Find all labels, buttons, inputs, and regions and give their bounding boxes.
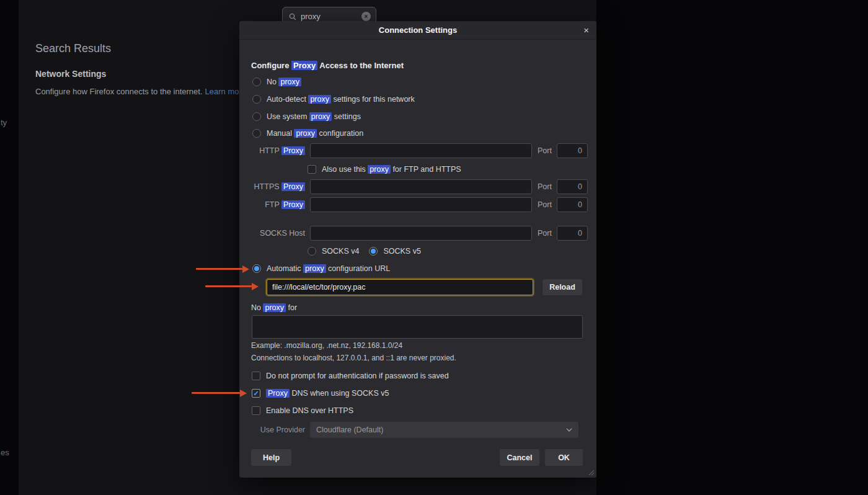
radio-label[interactable]: Use system proxy settings: [267, 112, 361, 121]
socks-host-row: SOCKS Host Port: [251, 226, 588, 241]
socks-v5-label[interactable]: SOCKS v5: [383, 247, 420, 256]
radio-no-proxy[interactable]: [252, 78, 261, 86]
http-proxy-input[interactable]: [310, 143, 532, 158]
configure-proxy-heading: Configure Proxy Access to the Internet: [251, 61, 404, 70]
http-port-input[interactable]: [557, 143, 588, 158]
https-proxy-input[interactable]: [310, 179, 532, 194]
label-pre: HTTPS: [254, 182, 281, 191]
socks-v4-label[interactable]: SOCKS v4: [322, 247, 359, 256]
highlighted-term: proxy: [294, 129, 317, 138]
no-proxy-for-textarea[interactable]: [252, 315, 583, 339]
ftp-proxy-row: FTP Proxy Port: [251, 197, 588, 212]
checkbox-row-no-prompt[interactable]: Do not prompt for authentication if pass…: [252, 371, 449, 381]
radio-auto-detect[interactable]: [252, 95, 261, 104]
http-proxy-row: HTTP Proxy Port: [251, 143, 588, 158]
https-proxy-label: HTTPS Proxy: [251, 182, 305, 191]
highlighted-term: proxy: [278, 78, 301, 86]
checkbox-row-dns-https[interactable]: Enable DNS over HTTPS: [252, 406, 353, 416]
highlighted-term: Proxy: [291, 61, 317, 70]
search-icon: [289, 13, 296, 20]
radio-label[interactable]: No proxy: [267, 78, 301, 86]
description-text: Configure how Firefox connects to the in…: [35, 87, 203, 96]
radio-row-no-proxy[interactable]: No proxy: [252, 77, 301, 87]
ok-button[interactable]: OK: [545, 449, 583, 466]
radio-label[interactable]: Automatic proxy configuration URL: [267, 264, 390, 273]
highlighted-term: Proxy: [266, 389, 290, 398]
annotation-arrow-url-input: [205, 285, 252, 287]
highlighted-term: proxy: [308, 95, 331, 104]
label-post: configuration: [317, 129, 363, 138]
heading-pre: Configure: [251, 61, 291, 70]
checkbox-also-use-proxy[interactable]: [308, 165, 316, 174]
radio-label[interactable]: Manual proxy configuration: [267, 129, 363, 138]
checkbox-no-prompt-auth[interactable]: [252, 372, 260, 380]
no-proxy-for-label: No proxy for: [251, 303, 297, 313]
radio-auto-url[interactable]: [252, 264, 261, 273]
ftp-proxy-input[interactable]: [310, 197, 532, 212]
radio-socks-v4[interactable]: [308, 247, 316, 256]
http-proxy-label: HTTP Proxy: [251, 146, 305, 155]
checkbox-label[interactable]: Enable DNS over HTTPS: [266, 406, 353, 415]
highlighted-term: proxy: [368, 165, 391, 174]
label-post: configuration URL: [326, 264, 391, 273]
checkbox-label[interactable]: Do not prompt for authentication if pass…: [266, 372, 449, 380]
checkmark-icon: ✓: [253, 390, 259, 398]
checkbox-label[interactable]: Also use this proxy for FTP and HTTPS: [322, 165, 461, 174]
clear-search-icon[interactable]: ×: [361, 12, 371, 21]
socks-host-input[interactable]: [310, 226, 532, 241]
cancel-button[interactable]: Cancel: [500, 449, 539, 466]
use-provider-row: Use Provider Cloudflare (Default): [251, 422, 578, 438]
chevron-down-icon: [566, 428, 572, 432]
checkbox-proxy-dns[interactable]: ✓: [252, 389, 260, 398]
socks-host-label: SOCKS Host: [251, 229, 305, 238]
highlighted-term: proxy: [263, 303, 286, 312]
highlighted-term: proxy: [309, 112, 332, 121]
label-pre: HTTP: [259, 146, 281, 155]
label-pre: No: [251, 303, 263, 312]
checkbox-label[interactable]: Proxy DNS when using SOCKS v5: [266, 389, 389, 398]
radio-manual[interactable]: [252, 129, 261, 138]
checkbox-dns-over-https[interactable]: [252, 406, 260, 415]
annotation-arrow-auto-url: [196, 268, 242, 270]
highlighted-term: proxy: [303, 264, 326, 273]
label-pre: Automatic: [267, 264, 303, 273]
help-button[interactable]: Help: [251, 449, 291, 466]
also-use-proxy-row[interactable]: Also use this proxy for FTP and HTTPS: [308, 164, 461, 174]
socks-version-row: SOCKS v4 SOCKS v5: [308, 246, 421, 256]
socks-port-input[interactable]: [557, 226, 588, 241]
network-settings-title: Network Settings: [35, 69, 106, 79]
provider-dropdown[interactable]: Cloudflare (Default): [310, 422, 578, 438]
auto-url-row: Reload: [267, 279, 582, 295]
radio-socks-v5[interactable]: [369, 247, 378, 256]
search-results-heading: Search Results: [35, 42, 111, 55]
radio-row-auto-url[interactable]: Automatic proxy configuration URL: [252, 264, 390, 274]
radio-row-manual[interactable]: Manual proxy configuration: [252, 128, 363, 138]
provider-selected-value: Cloudflare (Default): [316, 426, 383, 434]
https-port-input[interactable]: [557, 179, 588, 194]
label-pre: Use system: [267, 112, 309, 121]
radio-row-use-system[interactable]: Use system proxy settings: [252, 112, 361, 122]
label-post: for FTP and HTTPS: [391, 165, 461, 174]
label-pre: Also use this: [322, 165, 368, 174]
label-pre: No: [267, 78, 278, 86]
radio-row-auto-detect[interactable]: Auto-detect proxy settings for this netw…: [252, 94, 415, 104]
label-post: settings: [332, 112, 361, 121]
example-hint: Example: .mozilla.org, .net.nz, 192.168.…: [251, 341, 402, 350]
network-settings-description: Configure how Firefox connects to the in…: [35, 87, 246, 96]
use-provider-label: Use Provider: [251, 426, 305, 434]
label-post: DNS when using SOCKS v5: [290, 389, 389, 398]
ftp-port-input[interactable]: [557, 197, 588, 212]
resize-grip[interactable]: [587, 468, 595, 476]
heading-post: Access to the Internet: [317, 61, 404, 70]
close-icon[interactable]: ×: [583, 21, 589, 40]
reload-button[interactable]: Reload: [542, 279, 582, 295]
radio-use-system[interactable]: [252, 112, 261, 121]
highlighted-term: Proxy: [281, 200, 305, 209]
checkbox-row-proxy-dns[interactable]: ✓ Proxy DNS when using SOCKS v5: [252, 388, 389, 398]
search-input[interactable]: proxy: [301, 12, 361, 21]
proxy-url-input[interactable]: [267, 279, 533, 295]
dialog-title: Connection Settings: [379, 25, 457, 35]
radio-label[interactable]: Auto-detect proxy settings for this netw…: [267, 95, 415, 104]
label-post: for: [286, 303, 297, 312]
label-pre: Auto-detect: [267, 95, 308, 104]
